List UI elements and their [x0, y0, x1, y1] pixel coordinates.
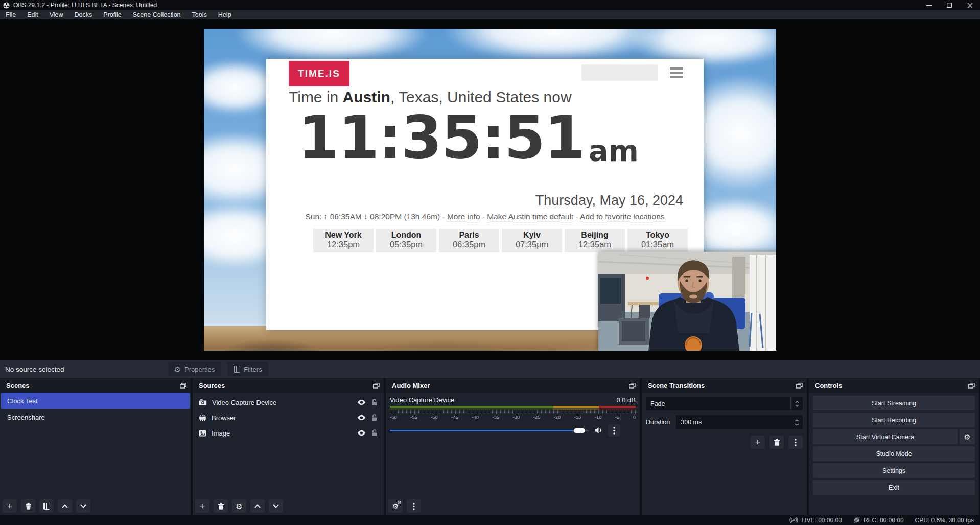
city-time-card[interactable]: Beijing 12:35am — [565, 229, 625, 252]
maximize-button[interactable] — [939, 0, 960, 10]
search-input[interactable] — [581, 64, 658, 81]
menu-item[interactable]: Profile — [98, 10, 127, 19]
virtual-camera-config-button[interactable]: ⚙ — [960, 429, 975, 444]
kebab-menu-icon — [795, 439, 797, 446]
globe-icon — [199, 414, 206, 422]
tick-label: -5 — [615, 414, 619, 420]
city-time: 12:35pm — [313, 240, 374, 249]
preview-area[interactable]: TIME.IS Time in Austin, Texas, United St… — [0, 19, 980, 360]
source-item[interactable]: Browser — [193, 410, 384, 425]
more-info-link[interactable]: More info — [447, 212, 480, 221]
lock-unlocked-icon[interactable] — [371, 399, 378, 406]
source-item[interactable]: Image — [193, 425, 384, 441]
menu-item[interactable]: File — [0, 10, 21, 19]
city-time-card[interactable]: Paris 06:35pm — [439, 229, 499, 252]
popout-icon[interactable] — [373, 383, 380, 389]
menu-item[interactable]: View — [44, 10, 69, 19]
controls-header: Controls — [809, 378, 979, 393]
start-recording-button[interactable]: Start Recording — [813, 413, 975, 427]
cloud — [235, 29, 429, 62]
city-name: Tokyo — [627, 231, 688, 240]
hamburger-menu-icon[interactable] — [670, 67, 683, 78]
start-virtual-camera-button[interactable]: Start Virtual Camera — [813, 429, 958, 444]
city-name: Kyiv — [502, 231, 562, 240]
visibility-eye-icon[interactable] — [357, 415, 366, 421]
popout-icon[interactable] — [796, 383, 803, 389]
menu-item[interactable]: Docks — [69, 10, 98, 19]
city-time: 05:35pm — [376, 240, 436, 249]
status-bar: LIVE: 00:00:00 REC: 00:00:00 CPU: 0.6%, … — [0, 515, 980, 525]
settings-button[interactable]: Settings — [813, 463, 975, 478]
add-scene-button[interactable]: + — [3, 499, 17, 513]
popout-icon[interactable] — [180, 383, 186, 389]
city-name: New York — [313, 231, 374, 240]
start-streaming-button[interactable]: Start Streaming — [813, 396, 975, 410]
city-time-card[interactable]: Tokyo 01:35am — [627, 229, 688, 252]
city-time-card[interactable]: Kyiv 07:35pm — [502, 229, 562, 252]
make-default-link[interactable]: Make Austin time default — [487, 212, 573, 221]
scene-transitions-header: Scene Transitions — [642, 378, 807, 393]
remove-source-button[interactable] — [214, 499, 228, 513]
menu-item[interactable]: Help — [213, 10, 237, 19]
scene-item[interactable]: Clock Test — [1, 393, 190, 409]
city-time: 07:35pm — [502, 240, 562, 249]
transition-properties-button[interactable] — [788, 436, 803, 449]
move-scene-down-button[interactable] — [76, 499, 90, 513]
scene-item[interactable]: Screenshare — [1, 409, 190, 425]
close-button[interactable] — [960, 0, 980, 10]
mixer-options-button[interactable] — [608, 424, 620, 437]
exit-button[interactable]: Exit — [813, 480, 975, 495]
program-canvas[interactable]: TIME.IS Time in Austin, Texas, United St… — [204, 29, 776, 351]
chevron-up-icon — [62, 504, 68, 508]
kebab-menu-icon — [413, 503, 415, 510]
studio-mode-button[interactable]: Studio Mode — [813, 446, 975, 461]
duration-label: Duration — [646, 419, 670, 426]
remove-transition-button[interactable] — [769, 436, 784, 449]
lock-unlocked-icon[interactable] — [371, 429, 378, 437]
city-time: 01:35am — [627, 240, 688, 249]
move-scene-up-button[interactable] — [58, 499, 72, 513]
menu-item[interactable]: Scene Collection — [127, 10, 186, 19]
speaker-icon[interactable] — [594, 427, 603, 434]
transition-select[interactable]: Fade — [646, 397, 803, 410]
gear-icon: ⚙ — [964, 433, 970, 441]
move-source-down-button[interactable] — [269, 499, 283, 513]
properties-button[interactable]: ⚙ Properties — [168, 362, 221, 376]
stream-inactive-icon — [789, 517, 798, 523]
city-time-card[interactable]: New York 12:35pm — [313, 229, 374, 252]
visibility-eye-icon[interactable] — [357, 399, 366, 405]
remove-scene-button[interactable] — [21, 499, 35, 513]
source-properties-button[interactable]: ⚙ — [232, 499, 246, 513]
advanced-audio-button[interactable]: ⚙⚙ — [388, 499, 403, 513]
lock-unlocked-icon[interactable] — [371, 414, 378, 421]
add-source-button[interactable]: + — [195, 499, 209, 513]
popout-icon[interactable] — [968, 383, 975, 389]
duration-spinbox[interactable]: 300 ms — [676, 415, 803, 429]
scene-filters-button[interactable] — [39, 499, 54, 513]
volume-slider-track — [390, 430, 589, 431]
add-transition-button[interactable]: + — [751, 436, 765, 449]
volume-slider-handle[interactable] — [574, 428, 585, 433]
volume-meter-background — [390, 408, 636, 410]
popout-icon[interactable] — [629, 383, 636, 389]
volume-slider[interactable] — [390, 427, 589, 433]
tick-label: -25 — [533, 414, 541, 420]
timeis-logo[interactable]: TIME.IS — [289, 61, 349, 86]
add-favorite-link[interactable]: Add to favorite locations — [580, 212, 664, 221]
visibility-eye-icon[interactable] — [357, 430, 366, 436]
webcam-overlay[interactable] — [598, 252, 776, 351]
move-source-up-button[interactable] — [250, 499, 265, 513]
mixer-channel: Video Capture Device 0.0 dB -60-55-50-45… — [386, 393, 640, 437]
mixer-menu-button[interactable] — [407, 499, 421, 513]
chevron-down-icon — [273, 504, 279, 508]
minimize-button[interactable] — [919, 0, 939, 10]
sunrise-sunset-text: Sun: ↑ 06:35AM ↓ 08:20PM (13h 46m) - — [305, 212, 447, 221]
source-item[interactable]: Video Capture Device — [193, 395, 384, 410]
scenes-header: Scenes — [0, 378, 191, 393]
menu-item[interactable]: Edit — [21, 10, 44, 19]
city-time-card[interactable]: London 05:35pm — [376, 229, 436, 252]
menu-item[interactable]: Tools — [186, 10, 213, 19]
city-name: London — [376, 231, 436, 240]
filters-button[interactable]: Filters — [227, 362, 268, 376]
spinner-arrows[interactable] — [795, 419, 803, 426]
